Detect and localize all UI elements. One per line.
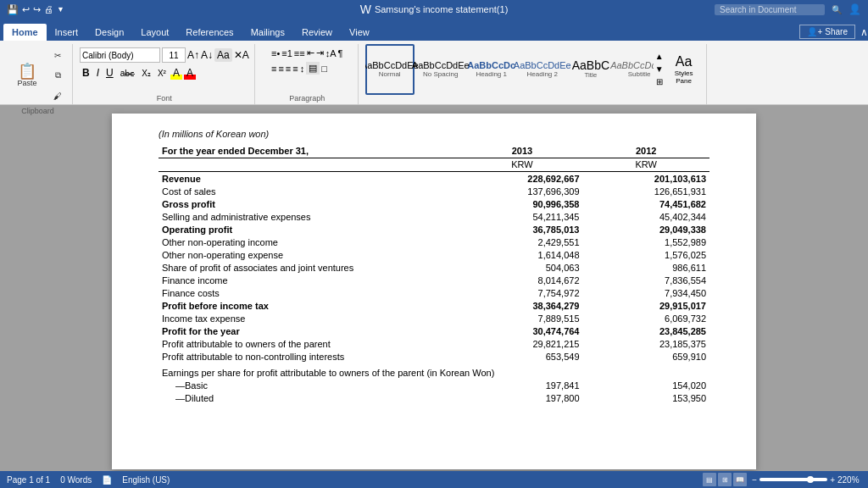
tab-home[interactable]: Home	[3, 24, 47, 41]
styles-pane-button[interactable]: Aa StylesPane	[667, 54, 701, 85]
web-layout-icon[interactable]: ⊞	[718, 473, 732, 486]
clear-format-icon[interactable]: ✕A	[234, 49, 249, 61]
search-icon[interactable]: 🔍	[832, 5, 842, 14]
multilevel-icon[interactable]: ≡≡	[294, 48, 305, 58]
cut-button[interactable]: ✂	[48, 46, 67, 64]
paste-button[interactable]: 📋 Paste	[8, 53, 46, 98]
align-left-icon[interactable]: ≡	[271, 64, 276, 74]
zoom-slider[interactable]	[760, 478, 827, 481]
style-normal[interactable]: AaBbCcDdEe Normal	[365, 44, 415, 95]
view-icons: ▤ ⊞ 📖	[703, 473, 747, 486]
increase-indent-icon[interactable]: ⇥	[316, 47, 324, 58]
row-label: Selling and administrative expenses	[159, 210, 462, 223]
line-spacing-icon[interactable]: ↕	[300, 64, 305, 74]
justify-icon[interactable]: ≡	[292, 64, 298, 74]
bullets-icon[interactable]: ≡•	[271, 48, 280, 58]
eps-row-label: —Diluted	[159, 392, 462, 405]
word-count: 0 Words	[60, 475, 92, 485]
tab-design[interactable]: Design	[86, 24, 132, 41]
align-right-icon[interactable]: ≡	[286, 64, 291, 74]
paste-icon: 📋	[18, 64, 36, 79]
row-val2012: 7,934,450	[583, 286, 710, 299]
undo-icon[interactable]: ↩	[22, 4, 30, 15]
sort-icon[interactable]: ↕A	[326, 48, 337, 58]
krw-2012: KRW	[583, 158, 710, 172]
numbering-icon[interactable]: ≡1	[281, 48, 292, 58]
title-text: Samsung's income statement(1)	[375, 4, 508, 14]
font-grow-icon[interactable]: A↑	[187, 49, 199, 61]
search-input[interactable]	[715, 4, 825, 15]
tab-review[interactable]: Review	[293, 24, 341, 41]
read-mode-icon[interactable]: 📖	[733, 473, 747, 486]
style-no-spacing[interactable]: AaBbCcDdEe No Spacing	[416, 44, 465, 95]
font-name-selector[interactable]	[80, 47, 160, 63]
share-button[interactable]: 👤+ Share	[799, 25, 855, 39]
table-row: Profit for the year30,474,76423,845,285	[159, 324, 709, 337]
tab-mailings[interactable]: Mailings	[242, 24, 293, 41]
row-val2012: 986,611	[583, 261, 710, 274]
doc-subtitle: (In millions of Korean won)	[159, 129, 709, 139]
row-label: Profit attributable to non-controlling i…	[159, 350, 462, 363]
krw-2013: KRW	[462, 158, 583, 172]
text-highlight-button[interactable]: A	[170, 66, 182, 80]
table-row: Operating profit36,785,01329,049,338	[159, 223, 709, 236]
zoom-in-icon[interactable]: +	[830, 475, 835, 485]
print-layout-icon[interactable]: ▤	[703, 473, 716, 486]
tab-view[interactable]: View	[341, 24, 378, 41]
tab-references[interactable]: References	[177, 24, 242, 41]
style-heading1[interactable]: AaBbCcDc Heading 1	[467, 44, 516, 95]
zoom-level[interactable]: 220%	[837, 475, 861, 485]
style-title[interactable]: AaBbC Title	[569, 44, 613, 95]
print-icon[interactable]: 🖨	[44, 4, 53, 14]
zoom-out-icon[interactable]: −	[752, 475, 757, 485]
title-bar-left: 💾 ↩ ↪ 🖨 ▼	[7, 4, 64, 15]
row-val2012: 23,845,285	[583, 324, 710, 337]
styles-expand-icon[interactable]: ⊞	[656, 77, 663, 86]
document-area: (In millions of Korean won) For the year…	[0, 105, 868, 471]
redo-icon[interactable]: ↪	[33, 4, 41, 15]
style-heading2[interactable]: AaBbCcDdEe Heading 2	[518, 44, 567, 95]
tab-layout[interactable]: Layout	[132, 24, 177, 41]
row-val2012: 7,836,554	[583, 274, 710, 286]
font-shrink-icon[interactable]: A↓	[201, 49, 213, 61]
format-painter-button[interactable]: 🖌	[48, 86, 67, 105]
style-subtitle[interactable]: AaBbCcDdEe Subtitle	[615, 44, 654, 95]
italic-button[interactable]: I	[94, 66, 102, 80]
tab-insert[interactable]: Insert	[47, 24, 87, 41]
table-row: Income tax expense7,889,5156,069,732	[159, 312, 709, 324]
track-changes-icon[interactable]: 📄	[102, 475, 112, 485]
styles-down-icon[interactable]: ▼	[655, 64, 664, 74]
border-icon[interactable]: □	[321, 64, 327, 74]
row-val2012: 1,576,025	[583, 248, 710, 261]
font-color-button[interactable]: A	[184, 66, 196, 80]
clipboard-group: 📋 Paste ✂ ⧉ 🖌 Clipboard	[3, 44, 73, 104]
font-size-selector[interactable]	[162, 47, 186, 63]
strikethrough-button[interactable]: ab̶c̶	[118, 68, 138, 79]
income-table: For the year ended December 31, 2013 201…	[159, 144, 709, 405]
row-val2013: 137,696,309	[462, 185, 583, 197]
bold-button[interactable]: B	[80, 66, 92, 80]
eps-row-val2013: 197,841	[462, 380, 583, 392]
row-val2012: 201,103,613	[583, 172, 710, 186]
align-center-icon[interactable]: ≡	[278, 64, 283, 74]
collapse-ribbon-icon[interactable]: ∧	[860, 26, 868, 38]
customize-icon[interactable]: ▼	[57, 5, 64, 14]
shading-icon[interactable]: ▤	[306, 62, 320, 75]
table-row: Revenue228,692,667201,103,613	[159, 172, 709, 186]
copy-button[interactable]: ⧉	[48, 66, 67, 85]
superscript-button[interactable]: X²	[155, 68, 169, 79]
zoom-control: − + 220%	[752, 475, 861, 485]
show-formatting-icon[interactable]: ¶	[338, 48, 343, 58]
account-icon[interactable]: 👤	[849, 3, 861, 15]
font-row2: B I U ab̶c̶ X₂ X² A A	[80, 66, 249, 80]
change-case-icon[interactable]: Aa	[214, 48, 232, 62]
decrease-indent-icon[interactable]: ⇤	[307, 47, 314, 58]
subscript-button[interactable]: X₂	[139, 68, 153, 79]
table-row: Finance income8,014,6727,836,554	[159, 274, 709, 286]
table-row: Gross profit90,996,35874,451,682	[159, 197, 709, 210]
save-icon[interactable]: 💾	[7, 4, 19, 15]
underline-button[interactable]: U	[103, 66, 116, 80]
row-val2013: 1,614,048	[462, 248, 583, 261]
table-row: Selling and administrative expenses54,21…	[159, 210, 709, 223]
styles-up-icon[interactable]: ▲	[655, 52, 664, 61]
